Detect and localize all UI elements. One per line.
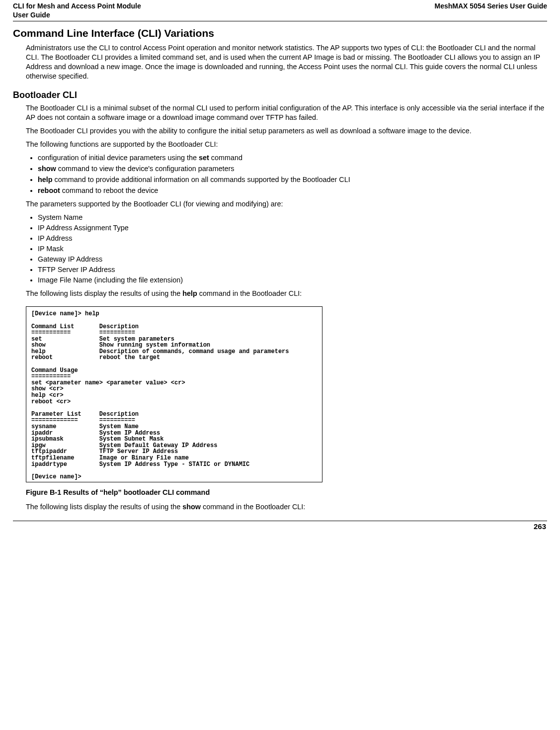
text: command to view the device's configurati… (56, 165, 235, 173)
figure-caption: Figure B-1 Results of “help” bootloader … (26, 488, 547, 496)
text: configuration of initial device paramete… (38, 154, 199, 162)
bootloader-p1: The Bootloader CLI is a minimal subset o… (13, 103, 547, 122)
parameters-list: System Name IP Address Assignment Type I… (13, 213, 547, 285)
text: command (209, 154, 242, 162)
bold-text: help (182, 289, 197, 297)
header-right: MeshMAX 5054 Series User Guide (435, 2, 547, 10)
functions-list: configuration of initial device paramete… (13, 153, 547, 195)
text: command to reboot the device (60, 186, 159, 194)
bold-text: set (199, 154, 209, 162)
help-intro: The following lists display the results … (13, 289, 547, 298)
list-item: help command to provide additional infor… (38, 175, 547, 184)
text: command in the Bootloader CLI: (197, 289, 302, 297)
heading-bootloader-cli: Bootloader CLI (13, 90, 547, 100)
bold-text: reboot (38, 186, 60, 194)
list-item: IP Mask (38, 244, 547, 254)
bold-text: help (38, 176, 53, 183)
list-item: reboot command to reboot the device (38, 186, 547, 195)
footer-rule (13, 521, 547, 521)
bootloader-p4: The parameters supported by the Bootload… (13, 199, 547, 209)
show-intro: The following lists display the results … (13, 502, 547, 512)
bold-text: show (182, 503, 201, 511)
console-output: [Device name]> help Command List Descrip… (31, 311, 317, 480)
list-item: IP Address (38, 234, 547, 243)
text: command in the Bootloader CLI: (201, 503, 305, 511)
list-item: configuration of initial device paramete… (38, 153, 547, 163)
header-left-line1: CLI for Mesh and Access Point Module (13, 2, 141, 10)
header-left-line2: User Guide (13, 11, 547, 21)
list-item: show command to view the device's config… (38, 164, 547, 174)
text: The following lists display the results … (26, 503, 182, 511)
bootloader-p2: The Bootloader CLI provides you with the… (13, 126, 547, 136)
text: command to provide additional informatio… (53, 176, 350, 183)
header-rule (13, 21, 547, 21)
text: The following lists display the results … (26, 289, 182, 297)
list-item: TFTP Server IP Address (38, 265, 547, 274)
list-item: System Name (38, 213, 547, 222)
list-item: Image File Name (including the file exte… (38, 275, 547, 285)
heading-cli-variations: Command Line Interface (CLI) Variations (13, 27, 547, 39)
console-output-box: [Device name]> help Command List Descrip… (26, 306, 322, 482)
bold-text: show (38, 165, 56, 173)
intro-paragraph: Administrators use the CLI to control Ac… (13, 43, 547, 81)
list-item: IP Address Assignment Type (38, 223, 547, 233)
page-number: 263 (13, 522, 547, 534)
bootloader-p3: The following functions are supported by… (13, 140, 547, 149)
list-item: Gateway IP Address (38, 255, 547, 264)
